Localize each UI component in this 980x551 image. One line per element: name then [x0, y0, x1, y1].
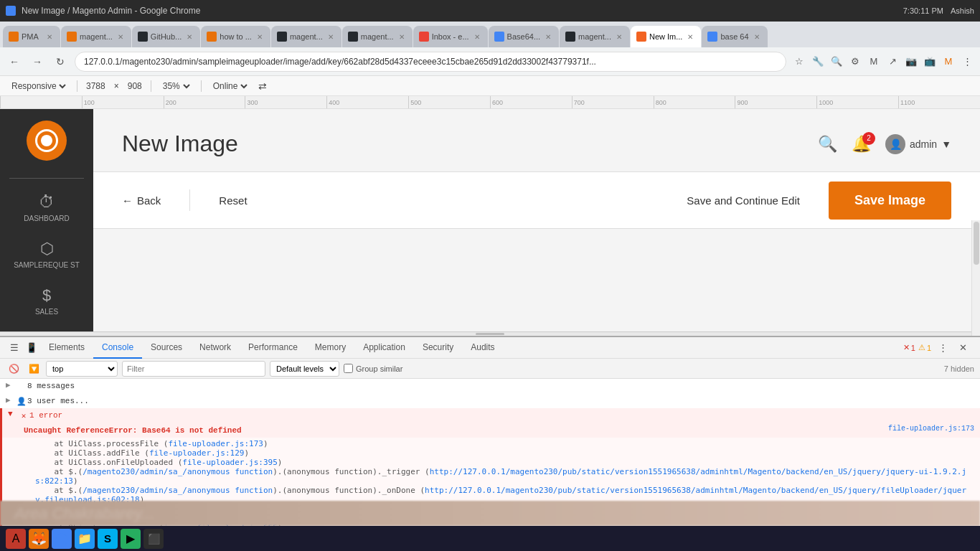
browser-tab-magento4[interactable]: magent... ✕	[560, 26, 630, 47]
tab-close-magento3[interactable]: ✕	[397, 32, 407, 42]
group-similar-checkbox-label[interactable]: Group similar	[344, 364, 402, 373]
browser-tab-magento2[interactable]: magent... ✕	[271, 26, 341, 47]
magento-logo[interactable]	[27, 121, 67, 161]
devtools-device-icon[interactable]: 📱	[23, 339, 40, 357]
devtools-tab-application[interactable]: Application	[354, 337, 414, 359]
console-row-messages[interactable]: ▶ 8 messages	[0, 379, 980, 394]
tab-close-github1[interactable]: ✕	[184, 32, 194, 42]
zoom-select[interactable]: 35%	[160, 80, 192, 92]
sidebar-item-sales[interactable]: $ SALES	[0, 278, 93, 324]
devtools-close-icon[interactable]: ✕	[954, 339, 971, 357]
devtools-tab-network[interactable]: Network	[191, 337, 240, 359]
default-levels-select[interactable]: Default levels	[270, 361, 339, 377]
back-nav-button[interactable]: ←	[6, 53, 23, 70]
browser-tab-magento1[interactable]: magent... ✕	[61, 26, 131, 47]
forward-nav-button[interactable]: →	[29, 53, 46, 70]
taskbar-icon-files[interactable]: 📁	[75, 529, 95, 549]
error-source-link[interactable]: file-uploader.js:173	[888, 425, 974, 433]
search-button[interactable]: 🔍	[818, 135, 837, 154]
tab-favicon-newimage	[636, 32, 646, 42]
expand-icon-user[interactable]: ▶	[6, 395, 16, 405]
browser-tabs-bar: PMA ✕ magent... ✕ GitHub... ✕ how to ...…	[0, 22, 980, 47]
extension-icon6[interactable]: 📷	[904, 55, 918, 69]
taskbar-icon-pwa[interactable]: A	[6, 529, 26, 549]
console-row-user-messages[interactable]: ▶ 👤 3 user mes...	[0, 394, 980, 409]
stack-link-5[interactable]: /magento230/admin/sa_/anonymous function	[83, 486, 273, 495]
extension-icon4[interactable]: M	[867, 55, 881, 69]
context-select[interactable]: top	[46, 361, 118, 377]
sidebar-divider1	[9, 178, 84, 179]
save-image-button[interactable]: Save Image	[829, 182, 951, 220]
responsive-mode-select[interactable]: Responsive	[9, 80, 68, 92]
stack-link-3[interactable]: file-uploader.js:395	[182, 458, 277, 467]
tab-close-pma[interactable]: ✕	[44, 32, 55, 42]
admin-menu-button[interactable]: 👤 admin ▼	[885, 134, 951, 154]
browser-tab-base64b[interactable]: base 64 ✕	[702, 26, 767, 47]
browser-tab-magento3[interactable]: magent... ✕	[342, 26, 413, 47]
logo-inner	[35, 129, 58, 152]
browser-tab-pma[interactable]: PMA ✕	[3, 26, 60, 47]
devtools-inspect-icon[interactable]: ☰	[6, 339, 23, 357]
extension-icon1[interactable]: 🔧	[811, 55, 825, 69]
devtools-tab-audits[interactable]: Audits	[462, 337, 503, 359]
console-row-error[interactable]: ▼ ✕ 1 error	[0, 408, 980, 423]
devtools-tab-security[interactable]: Security	[414, 337, 462, 359]
bookmark-icon[interactable]: ☆	[792, 55, 806, 69]
tab-close-magento2[interactable]: ✕	[326, 32, 336, 42]
console-filter-input[interactable]	[122, 361, 265, 377]
devtools-overflow-icon[interactable]: ⋮	[934, 339, 951, 357]
sidebar-item-dashboard[interactable]: ⏱ DASHBOARD	[0, 184, 93, 231]
browser-tab-howto[interactable]: how to ... ✕	[201, 26, 270, 47]
console-filter-toggle[interactable]: 🔽	[26, 361, 42, 377]
console-error-detail[interactable]: Uncaught ReferenceError: Base64 is not d…	[0, 423, 980, 438]
console-clear-button[interactable]: 🚫	[6, 361, 22, 377]
tab-close-magento1[interactable]: ✕	[116, 32, 126, 42]
back-arrow-icon: ←	[122, 194, 133, 207]
taskbar-icon-skype[interactable]: S	[98, 529, 118, 549]
error-circle-icon: ✕	[18, 410, 29, 420]
tab-close-magento4[interactable]: ✕	[614, 32, 624, 42]
extension-icon5[interactable]: ↗	[885, 55, 900, 69]
back-button[interactable]: ← Back	[122, 194, 175, 207]
taskbar-icon-terminal[interactable]: ⬛	[143, 529, 164, 549]
tab-close-howto[interactable]: ✕	[255, 32, 265, 42]
taskbar-icon-greenapp[interactable]: ▶	[121, 529, 141, 549]
group-similar-checkbox[interactable]	[344, 364, 353, 373]
browser-tab-github1[interactable]: GitHub... ✕	[132, 26, 200, 47]
extension-icon7[interactable]: 📺	[923, 55, 937, 69]
tab-close-base64b[interactable]: ✕	[752, 32, 762, 42]
extension-icon2[interactable]: 🔍	[829, 55, 844, 69]
sidebar-item-samplerequest[interactable]: ⬡ SAMPLEREQUE ST	[0, 231, 93, 278]
tab-close-base64a[interactable]: ✕	[543, 32, 553, 42]
reload-button[interactable]: ↻	[52, 53, 69, 70]
browser-tab-inbox[interactable]: Inbox - e... ✕	[413, 26, 488, 47]
save-continue-button[interactable]: Save and Continue Edit	[672, 194, 814, 207]
browser-tab-newimage[interactable]: New Im... ✕	[631, 26, 701, 47]
devtools-tab-memory[interactable]: Memory	[306, 337, 354, 359]
devtools-tab-console[interactable]: Console	[93, 337, 142, 359]
devtools-tab-sources[interactable]: Sources	[142, 337, 191, 359]
taskbar-icon-chrome[interactable]: ⬤	[52, 529, 72, 549]
stack-link-1[interactable]: file-uploader.js:173	[168, 439, 263, 448]
action-bar: ← Back Reset Save and Continue Edit Save…	[93, 171, 980, 229]
menu-button[interactable]: ⋮	[960, 55, 974, 69]
stack-line-1[interactable]: at UiClass.processFile (file-uploader.js…	[35, 439, 974, 448]
connectivity-select[interactable]: Online	[210, 80, 250, 92]
devtools-tab-elements[interactable]: Elements	[40, 337, 93, 359]
address-input[interactable]	[75, 52, 786, 72]
taskbar-icon-firefox[interactable]: 🦊	[29, 529, 49, 549]
reset-button[interactable]: Reset	[204, 194, 261, 207]
expand-icon-error[interactable]: ▼	[8, 410, 18, 418]
stack-link-4[interactable]: /magento230/admin/sa_/anonymous function	[83, 467, 273, 476]
tab-close-newimage[interactable]: ✕	[685, 32, 695, 42]
notification-button[interactable]: 🔔 2	[852, 135, 871, 154]
expand-icon-messages[interactable]: ▶	[6, 380, 16, 390]
tab-close-inbox[interactable]: ✕	[472, 32, 482, 42]
extension-icon8[interactable]: M	[941, 55, 956, 69]
browser-tab-base64a[interactable]: Base64... ✕	[489, 26, 559, 47]
sync-icon[interactable]: ⇄	[258, 80, 267, 92]
stack-link-2[interactable]: file-uploader.js:129	[149, 448, 244, 458]
tab-favicon-magento3	[348, 32, 358, 42]
devtools-tab-performance[interactable]: Performance	[240, 337, 306, 359]
extension-icon3[interactable]: ⚙	[848, 55, 862, 69]
